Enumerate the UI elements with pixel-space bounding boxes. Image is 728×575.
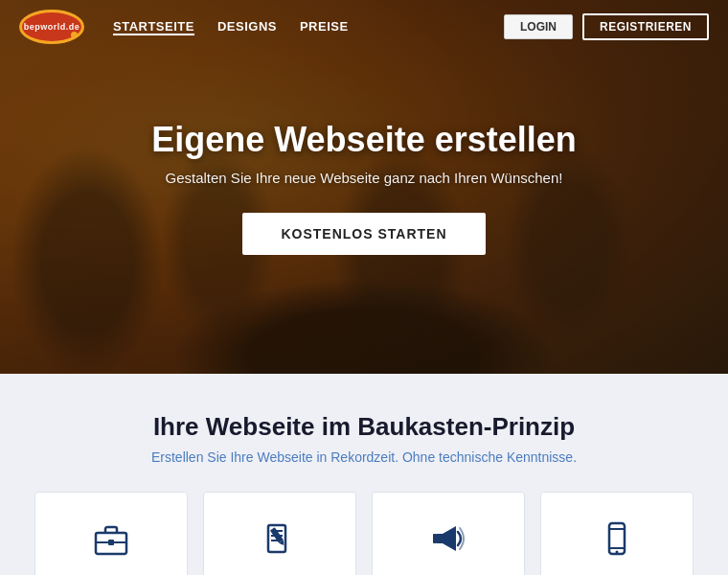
hero-content: Eigene Webseite erstellen Gestalten Sie … (113, 120, 615, 255)
hero-subtitle: Gestalten Sie Ihre neue Webseite ganz na… (151, 170, 577, 186)
nav-actions: LOGIN REGISTRIEREN (504, 13, 709, 40)
feature-card-privat: Privat & Geschäftlich (34, 492, 188, 575)
svg-point-13 (616, 551, 619, 554)
mobile-icon (598, 519, 636, 564)
logo-text: bepworld.de (24, 22, 80, 32)
hero-title: Eigene Webseite erstellen (151, 120, 577, 160)
login-button[interactable]: LOGIN (504, 14, 573, 39)
hero-cta-button[interactable]: KOSTENLOS STARTEN (242, 213, 485, 255)
pencil-icon (261, 519, 299, 564)
feature-card-bearbeitung: Leichte Bearbeitung (203, 492, 356, 575)
features-grid: Privat & Geschäftlich Leichte Bearbeitun… (19, 492, 709, 575)
navbar: bepworld.de STARTSEITE DESIGNS PREISE LO… (0, 0, 728, 54)
features-section: Ihre Webseite im Baukasten-Prinzip Erste… (0, 374, 728, 575)
nav-preise[interactable]: PREISE (300, 19, 349, 35)
svg-rect-10 (609, 523, 625, 554)
nav-designs[interactable]: DESIGNS (217, 19, 277, 35)
nav-links: STARTSEITE DESIGNS PREISE (113, 19, 504, 35)
svg-rect-2 (108, 540, 114, 545)
feature-card-mobile: Mobile Ansicht (540, 492, 694, 575)
register-button[interactable]: REGISTRIEREN (582, 13, 709, 40)
features-title: Ihre Webseite im Baukasten-Prinzip (19, 412, 709, 442)
nav-startseite[interactable]: STARTSEITE (113, 19, 194, 35)
briefcase-icon (92, 519, 130, 564)
megaphone-icon (429, 519, 467, 564)
features-subtitle: Erstellen Sie Ihre Webseite in Rekordzei… (19, 449, 709, 465)
hero-section: Eigene Webseite erstellen Gestalten Sie … (0, 0, 728, 374)
feature-card-shop: Shop & Blog (372, 492, 525, 575)
svg-rect-9 (433, 534, 437, 543)
logo[interactable]: bepworld.de (19, 10, 84, 44)
